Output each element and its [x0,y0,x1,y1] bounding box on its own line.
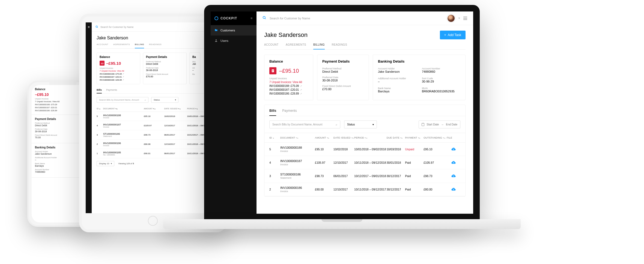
download-icon[interactable] [447,160,460,165]
home-button[interactable] [148,216,158,226]
topbar: Search for Customer by Name ▾ [257,11,473,25]
sidebar-item-customers[interactable]: Customers [211,25,257,36]
chevron-down-icon: ▾ [372,123,374,126]
subtab-bills[interactable]: Bills [269,109,276,116]
plus-icon: + [444,33,446,37]
bills-thead: ID▴ DOCUMENT▾▴ AMOUNT▾▴ DATE ISSUED▾▴ PE… [264,133,465,143]
invoice-icon: ▭ [100,61,105,66]
svg-line-4 [265,18,266,19]
chevron-down-icon[interactable]: ▾ [458,16,460,20]
brand: COCKPIT ≡ [211,11,257,25]
balance-card: Balance –£95.10 Unpaid Invoices 7 Unpaid… [264,55,313,100]
subtab-payments[interactable]: Payments [106,89,117,93]
svg-point-3 [263,16,265,19]
table-row[interactable]: 3 ST1000000186Statement £98.73 06/01/201… [97,130,215,140]
menu-icon[interactable] [463,17,467,20]
add-task-button[interactable]: +Add Task [440,31,466,39]
search-icon[interactable] [96,25,98,29]
search-icon: ⌕ [145,99,146,101]
table-row[interactable]: 2 INV1000000186Invoice £80.00 12/10/2017… [97,140,215,149]
laptop-base [163,219,521,229]
laptop-screen: COCKPIT ≡ Customers Users [211,11,473,214]
table-row[interactable]: 4 INV1000000187Invoice £105.97 12/10/201… [97,121,215,130]
calendar-icon [422,123,424,126]
tab-agreements[interactable]: AGREEMENTS [286,43,306,49]
balance-amount: –£95.10 [106,61,121,66]
avatar[interactable] [447,14,455,22]
menu-icon[interactable]: ≡ [88,25,90,29]
sort-icon[interactable]: ▾▴ [443,137,445,139]
table-row[interactable]: 1 INV1000000185No: 10030001 £90.01 06/01… [97,149,215,158]
download-icon[interactable] [447,187,460,192]
svg-point-2 [216,39,217,40]
table-row[interactable]: 5 INV1000000188Invoice £95.10 10/02/2018… [264,143,465,156]
menu-icon[interactable]: ≡ [251,16,253,20]
display-select[interactable]: Display 10▾ [97,161,114,166]
payment-status: Paid [405,161,424,164]
search-placeholder[interactable]: Search for Customer by Name [100,26,134,28]
table-row[interactable]: 2 INV1000000186Invoice £80.00 12/10/2017… [264,183,465,196]
svg-rect-6 [272,70,274,70]
search-icon: ⌕ [336,123,337,126]
tab-account[interactable]: ACCOUNT [97,43,108,48]
download-icon[interactable] [447,147,460,151]
svg-line-1 [97,27,98,28]
chevron-down-icon: ▾ [175,99,176,101]
bills-search[interactable]: Search Bills by Document Name, Amount⌕ [269,121,340,128]
folder-icon [214,28,218,32]
banking-card: Ba AccJak Ad– Ba [189,52,200,84]
logo-icon [214,16,218,20]
link-arrow-icon: ↗ [300,92,302,95]
tab-agreements[interactable]: AGREEMENTS [113,43,130,48]
payment-status: Unpaid [405,148,424,151]
tab-billing[interactable]: BILLING [135,43,144,48]
tablet-screen: ≡ Search for Customer by Name Jake Sande… [86,22,220,213]
sort-icon[interactable]: ▾▴ [400,137,403,139]
unpaid-link[interactable]: 7 Unpaid Invoices: View All [100,70,137,72]
link-arrow-icon: ↗ [300,85,302,87]
search-input[interactable]: Search for Customer by Name [270,17,310,20]
sort-icon[interactable]: ▾▴ [418,137,421,139]
sort-icon[interactable]: ▾▴ [365,137,367,139]
table-row[interactable]: 4 INV1000000187Invoice £105.97 12/10/201… [264,156,465,169]
tab-readings[interactable]: READINGS [332,43,347,49]
sort-icon[interactable]: ▾▴ [296,137,298,139]
table-row[interactable]: 5 INV1000000188Invoice £95.10 10/02/2018… [97,112,215,121]
sidebar-item-users[interactable]: Users [211,36,257,46]
search-icon[interactable] [263,16,266,20]
sort-icon[interactable]: ▾▴ [327,137,329,139]
bills-search[interactable]: Search Bills by Document Name, Amount⌕ [97,97,148,103]
payment-card: Payment Details Preferred Method Direct … [317,55,369,100]
status-select[interactable]: Status▾ [151,97,178,103]
tab-readings[interactable]: READINGS [149,43,162,48]
bills-section: Bills Payments Search Bills by Document … [264,105,466,196]
tab-account[interactable]: ACCOUNT [264,43,279,49]
sidebar-item-label: Customers [220,29,235,32]
download-icon[interactable] [447,174,460,178]
tab-billing[interactable]: BILLING [313,43,325,49]
user-icon [214,39,218,43]
status-select[interactable]: Status▾ [344,121,377,128]
invoice-icon [269,67,276,74]
sort-icon[interactable]: ▴ [273,137,274,139]
tablet-header: Search for Customer by Name [92,22,220,32]
bills-thead: ID ▴ DOCUMENT ▾▴ AMOUNT ▾▴ DATE ISSUED ▾… [97,106,215,112]
payment-status: Paid [405,174,424,178]
tabs: ACCOUNT AGREEMENTS BILLING READINGS [264,43,466,50]
laptop-device: COCKPIT ≡ Customers Users [204,5,480,229]
table-row[interactable]: 3 ST1000000186Statement £98.73 06/01/201… [264,169,465,183]
balance-amount: –£95.10 [279,68,299,74]
svg-point-0 [96,26,97,27]
tablet-sidebar[interactable]: ≡ [86,22,92,213]
payment-card: Payment Details Preferred Method Direct … [143,52,187,84]
unpaid-link[interactable]: 7 Unpaid Invoices: View All [269,81,308,84]
subtab-payments[interactable]: Payments [282,109,297,116]
chevron-down-icon: ▾ [111,162,112,165]
subtab-bills[interactable]: Bills [97,89,102,93]
payment-status: Paid [405,188,424,191]
link-arrow-icon: ↗ [300,89,302,91]
date-range[interactable]: Start Date → End Date [419,121,460,128]
arrow-right-icon: → [441,123,444,126]
sort-icon[interactable]: ▾▴ [351,137,354,139]
customer-name: Jake Sanderson [264,31,308,39]
